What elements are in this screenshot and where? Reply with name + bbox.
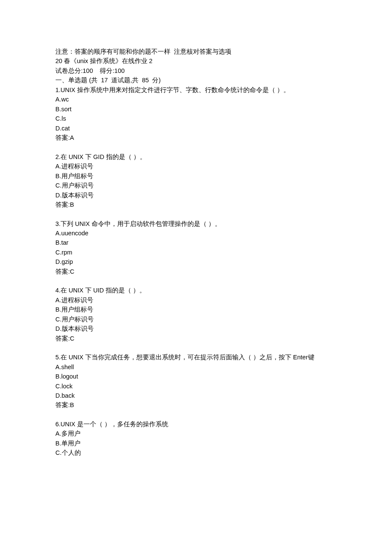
question-option: B.用户组标号 bbox=[55, 171, 337, 181]
question-option: A.进程标识号 bbox=[55, 162, 337, 171]
question-option: A.uuencode bbox=[55, 228, 337, 238]
question-block: 6.UNIX 是一个（ ），多任务的操作系统 A.多用户 B.单用户 C.个人的 bbox=[55, 419, 337, 458]
question-option: C.用户标识号 bbox=[55, 181, 337, 190]
question-option: D.back bbox=[55, 391, 337, 400]
question-option: A.多用户 bbox=[55, 429, 337, 438]
question-block: 4.在 UNIX 下 UID 指的是（ ）。 A.进程标识号 B.用户组标号 C… bbox=[55, 286, 337, 343]
question-option: B.用户组标号 bbox=[55, 305, 337, 314]
question-stem: 6.UNIX 是一个（ ），多任务的操作系统 bbox=[55, 419, 337, 429]
question-option: D.cat bbox=[55, 124, 337, 133]
document-page: 注意：答案的顺序有可能和你的题不一样 注意核对答案与选项 20 春《unix 操… bbox=[0, 0, 392, 555]
question-answer: 答案:B bbox=[55, 200, 337, 209]
question-option: C.ls bbox=[55, 114, 337, 123]
question-option: D.gzip bbox=[55, 257, 337, 266]
question-answer: 答案:A bbox=[55, 133, 337, 142]
question-stem: 5.在 UNIX 下当你完成任务，想要退出系统时，可在提示符后面输入（ ）之后，… bbox=[55, 353, 337, 362]
section-heading: 一、单选题 (共 17 道试题,共 85 分) bbox=[55, 75, 337, 85]
question-option: B.sort bbox=[55, 104, 337, 114]
score-line: 试卷总分:100 得分:100 bbox=[55, 66, 337, 75]
header-block: 注意：答案的顺序有可能和你的题不一样 注意核对答案与选项 20 春《unix 操… bbox=[55, 47, 337, 143]
question-option: C.个人的 bbox=[55, 448, 337, 457]
question-block: 3.下列 UNIX 命令中，用于启动软件包管理操作的是（ ）。 A.uuenco… bbox=[55, 219, 337, 277]
question-option: B.tar bbox=[55, 238, 337, 247]
question-option: C.用户标识号 bbox=[55, 315, 337, 324]
question-option: D.版本标识号 bbox=[55, 191, 337, 200]
question-stem: 1.UNIX 操作系统中用来对指定文件进行字节、字数、行数命令统计的命令是（ ）… bbox=[55, 85, 337, 95]
question-stem: 4.在 UNIX 下 UID 指的是（ ）。 bbox=[55, 286, 337, 295]
question-option: D.版本标识号 bbox=[55, 324, 337, 333]
question-block: 5.在 UNIX 下当你完成任务，想要退出系统时，可在提示符后面输入（ ）之后，… bbox=[55, 353, 337, 410]
notice-line: 注意：答案的顺序有可能和你的题不一样 注意核对答案与选项 bbox=[55, 47, 337, 56]
question-option: B.logout bbox=[55, 372, 337, 381]
question-option: B.单用户 bbox=[55, 439, 337, 448]
question-answer: 答案:C bbox=[55, 334, 337, 343]
title-line: 20 春《unix 操作系统》在线作业 2 bbox=[55, 56, 337, 66]
question-option: C.lock bbox=[55, 382, 337, 391]
question-stem: 2.在 UNIX 下 GID 指的是（ ）。 bbox=[55, 152, 337, 162]
question-answer: 答案:B bbox=[55, 400, 337, 410]
question-option: A.wc bbox=[55, 95, 337, 104]
question-option: A.进程标识号 bbox=[55, 295, 337, 305]
question-block: 2.在 UNIX 下 GID 指的是（ ）。 A.进程标识号 B.用户组标号 C… bbox=[55, 152, 337, 210]
question-stem: 3.下列 UNIX 命令中，用于启动软件包管理操作的是（ ）。 bbox=[55, 219, 337, 228]
question-option: A.shell bbox=[55, 362, 337, 372]
question-answer: 答案:C bbox=[55, 267, 337, 276]
question-option: C.rpm bbox=[55, 248, 337, 257]
